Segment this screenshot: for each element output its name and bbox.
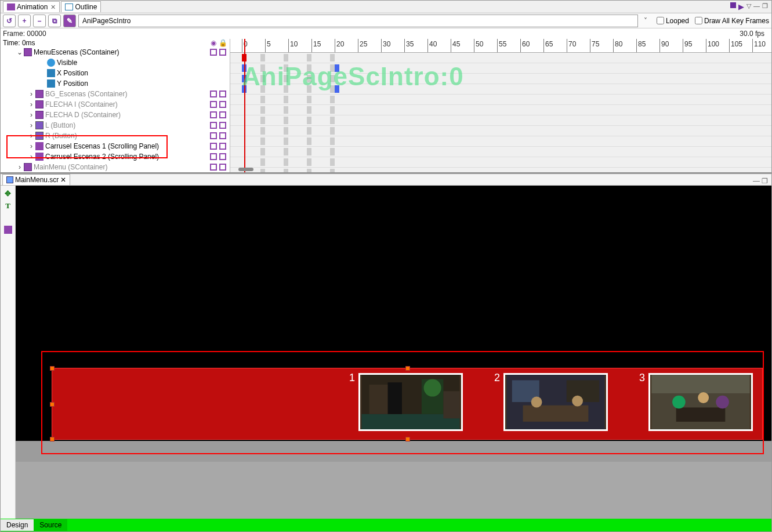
tree-node[interactable]: ›Carrusel Escenas 2 (Scrolling Panel) xyxy=(1,151,230,162)
keyframe[interactable] xyxy=(335,64,339,72)
text-tool-icon[interactable]: T xyxy=(5,201,10,211)
looped-input[interactable] xyxy=(657,17,664,24)
thumb-index-1: 1 xyxy=(349,372,355,384)
resize-handle-sw[interactable] xyxy=(50,437,55,441)
track-row[interactable] xyxy=(230,95,771,105)
track-visibility-toggle[interactable] xyxy=(210,111,217,118)
track-visibility-toggle[interactable] xyxy=(210,49,217,56)
resize-handle-n[interactable] xyxy=(405,366,410,371)
close-icon[interactable]: ✕ xyxy=(50,3,56,11)
minimize-icon[interactable]: — xyxy=(753,2,760,11)
tree-node[interactable]: ⌄MenuEscenas (SContainer) xyxy=(1,47,230,57)
tree-node[interactable]: ›L (Button) xyxy=(1,120,230,131)
track-visibility-toggle[interactable] xyxy=(210,101,217,108)
tree-node[interactable]: Visible xyxy=(1,57,230,68)
file-tab-mainmenu[interactable]: MainMenu.scr ✕ xyxy=(2,174,70,185)
timeline-tracks[interactable] xyxy=(230,53,771,172)
resize-handle-w[interactable] xyxy=(50,402,55,407)
paint-button[interactable] xyxy=(63,15,76,27)
design-canvas[interactable]: 1 2 3 xyxy=(16,186,771,519)
playhead[interactable] xyxy=(244,39,245,172)
scene-thumb-2[interactable] xyxy=(503,373,608,431)
timeline-ruler[interactable]: 0510152025303540455055606570758085909510… xyxy=(230,39,771,53)
track-row[interactable] xyxy=(230,115,771,126)
tab-outline[interactable]: Outline xyxy=(61,1,101,12)
track-lock-toggle[interactable] xyxy=(219,101,226,108)
rect-tool-icon[interactable] xyxy=(4,226,12,234)
duplicate-button[interactable] xyxy=(48,15,61,27)
track-row[interactable] xyxy=(230,63,771,74)
tree-node[interactable]: ›BG_Escenas (SContainer) xyxy=(1,89,230,99)
lock-icon[interactable]: 🔒 xyxy=(219,39,227,47)
tree-node[interactable]: ›FLECHA D (SContainer) xyxy=(1,110,230,120)
track-visibility-toggle[interactable] xyxy=(210,122,217,129)
twisty-icon[interactable]: › xyxy=(27,121,35,129)
track-row[interactable] xyxy=(230,147,771,157)
twisty-icon[interactable]: ⌄ xyxy=(16,48,24,56)
twisty-icon[interactable]: › xyxy=(27,132,35,140)
twisty-icon[interactable]: › xyxy=(27,100,35,108)
chevron-down-icon[interactable]: ▽ xyxy=(746,2,751,11)
track-lock-toggle[interactable] xyxy=(219,143,226,150)
tree-node[interactable]: Y Position xyxy=(1,78,230,89)
twisty-icon[interactable]: › xyxy=(27,90,35,98)
track-visibility-toggle[interactable] xyxy=(210,91,217,97)
track-lock-toggle[interactable] xyxy=(219,49,226,56)
resize-handle-nw[interactable] xyxy=(50,366,55,371)
draw-all-key-frames-checkbox[interactable]: Draw All Key Frames xyxy=(695,17,769,25)
tab-source[interactable]: Source xyxy=(34,519,67,531)
track-row[interactable] xyxy=(230,84,771,95)
resize-handle-s[interactable] xyxy=(405,437,410,441)
chevron-down-icon[interactable]: ˅ xyxy=(640,17,651,25)
tab-design[interactable]: Design xyxy=(1,519,34,531)
tab-animation[interactable]: Animation ✕ xyxy=(3,1,60,12)
track-row[interactable] xyxy=(230,74,771,84)
stop-icon[interactable] xyxy=(730,2,736,8)
tree-node[interactable]: ›Carrusel Escenas 1 (Scrolling Panel) xyxy=(1,141,230,151)
maximize-icon[interactable]: ❐ xyxy=(762,2,768,11)
track-visibility-toggle[interactable] xyxy=(210,164,217,171)
track-row[interactable] xyxy=(230,126,771,136)
twisty-icon[interactable]: › xyxy=(27,142,35,150)
undo-button[interactable] xyxy=(3,15,16,27)
track-lock-toggle[interactable] xyxy=(219,122,226,129)
scene-thumb-3[interactable] xyxy=(648,373,753,431)
track-row[interactable] xyxy=(230,168,771,172)
animation-name-combo[interactable]: AniPageScIntro xyxy=(78,15,638,27)
track-visibility-toggle[interactable] xyxy=(210,153,217,160)
add-button[interactable] xyxy=(18,15,31,27)
tree-node[interactable]: ›FLECHA I (SContainer) xyxy=(1,99,230,110)
twisty-icon[interactable]: › xyxy=(27,111,35,119)
track-row[interactable] xyxy=(230,105,771,115)
hierarchy-tree[interactable]: ⌄MenuEscenas (SContainer)VisibleX Positi… xyxy=(1,47,230,172)
track-lock-toggle[interactable] xyxy=(219,111,226,118)
twisty-icon[interactable]: › xyxy=(27,153,35,161)
play-icon[interactable]: ▶ xyxy=(738,2,744,11)
tree-node[interactable]: ›MainMenu (SContainer) xyxy=(1,162,230,172)
track-lock-toggle[interactable] xyxy=(219,91,226,97)
visibility-icon[interactable]: ◉ xyxy=(211,39,216,47)
tree-node[interactable]: ›R (Button) xyxy=(1,131,230,141)
maximize-icon[interactable]: ❐ xyxy=(762,177,768,185)
track-visibility-toggle[interactable] xyxy=(210,143,217,150)
timeline-column[interactable]: 0510152025303540455055606570758085909510… xyxy=(230,39,771,172)
track-row[interactable] xyxy=(230,136,771,147)
keyframe[interactable] xyxy=(335,85,339,93)
scene-thumb-1[interactable] xyxy=(358,373,463,431)
remove-button[interactable] xyxy=(33,15,46,27)
move-tool-icon[interactable]: ✥ xyxy=(5,189,11,198)
track-row[interactable] xyxy=(230,53,771,63)
track-lock-toggle[interactable] xyxy=(219,164,226,171)
timeline-scrollbar[interactable] xyxy=(238,168,253,171)
track-row[interactable] xyxy=(230,157,771,168)
close-icon[interactable]: ✕ xyxy=(60,176,66,184)
looped-checkbox[interactable]: Looped xyxy=(657,17,689,25)
carousel-panel[interactable]: 1 2 3 xyxy=(52,368,763,440)
track-lock-toggle[interactable] xyxy=(219,132,226,139)
track-visibility-toggle[interactable] xyxy=(210,132,217,139)
draw-all-input[interactable] xyxy=(695,17,702,24)
tree-node[interactable]: X Position xyxy=(1,68,230,78)
twisty-icon[interactable]: › xyxy=(16,163,24,171)
track-lock-toggle[interactable] xyxy=(219,153,226,160)
minimize-icon[interactable]: — xyxy=(753,177,760,185)
